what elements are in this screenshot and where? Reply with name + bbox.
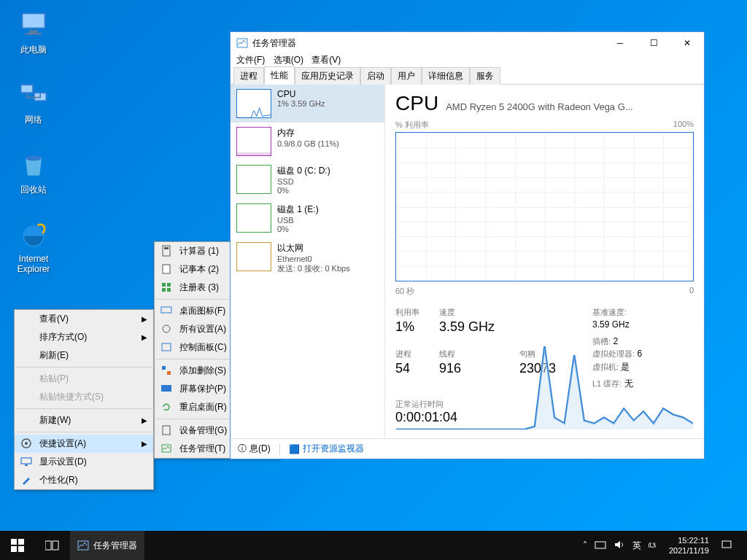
disk-thumb-chart xyxy=(236,203,271,233)
chevron-right-icon: ▶ xyxy=(142,435,147,453)
svg-rect-26 xyxy=(161,385,171,392)
svg-rect-19 xyxy=(162,288,166,292)
chevron-right-icon: ▶ xyxy=(142,411,147,429)
svg-rect-1 xyxy=(23,14,44,27)
resource-disk1[interactable]: 磁盘 1 (E:)USB0% xyxy=(231,199,384,238)
ctx-personalize[interactable]: 个性化(R) xyxy=(15,471,153,489)
separator xyxy=(15,408,152,409)
clock-time: 15:22:11 xyxy=(669,535,709,545)
paint-icon xyxy=(20,474,32,486)
network-thumb-chart xyxy=(236,242,271,271)
desktop-icon-label: 网络 xyxy=(25,114,42,125)
cpu-thumb-chart xyxy=(236,89,271,118)
taskbar: 任务管理器 ˄ 英 ꧘ 15:22:11 2021/11/19 xyxy=(0,531,747,560)
computer-icon xyxy=(18,9,50,41)
screensaver-icon xyxy=(160,383,172,394)
y-axis-max: 100% xyxy=(673,120,694,131)
desktop-icon-ie[interactable]: Internet Explorer xyxy=(7,219,61,274)
gear-icon xyxy=(20,438,32,449)
monitor-icon: 🟦 xyxy=(289,444,300,454)
svg-rect-12 xyxy=(21,458,31,464)
tray-clock[interactable]: 15:22:11 2021/11/19 xyxy=(665,535,713,556)
menu-view[interactable]: 查看(V) xyxy=(311,55,341,65)
show-desktop-button[interactable] xyxy=(740,531,744,560)
tray-volume-icon[interactable] xyxy=(614,539,625,553)
chevron-right-icon: ▶ xyxy=(142,310,147,328)
calculator-icon xyxy=(160,245,172,257)
svg-rect-23 xyxy=(162,343,171,351)
recycle-bin-icon xyxy=(18,149,50,181)
taskbar-app-taskmgr[interactable]: 任务管理器 xyxy=(70,531,144,560)
status-bar: ⓘ息(D) 🟦打开资源监视器 xyxy=(231,438,704,459)
svg-rect-16 xyxy=(163,265,170,273)
separator xyxy=(279,443,280,455)
ctx-paste-shortcut: 粘贴快捷方式(S) xyxy=(15,388,153,406)
resource-list: CPU1% 3.59 GHz 内存0.9/8.0 GB (11%) 磁盘 0 (… xyxy=(231,85,385,438)
resource-disk0[interactable]: 磁盘 0 (C: D:)SSD0% xyxy=(231,160,384,199)
minimize-button[interactable]: ─ xyxy=(603,32,637,54)
memory-thumb-chart xyxy=(236,127,271,156)
chevron-up-icon: ⓘ xyxy=(238,443,247,455)
internet-explorer-icon xyxy=(18,219,50,251)
tray-network-icon[interactable] xyxy=(595,539,606,553)
control-panel-icon xyxy=(160,341,172,353)
svg-rect-18 xyxy=(167,283,171,287)
task-manager-window: 任务管理器 ─ ☐ ✕ 文件(F) 选项(O) 查看(V) 进程 性能 应用历史… xyxy=(230,31,705,459)
ctx-quick-settings[interactable]: 便捷设置(A)▶ xyxy=(15,435,153,453)
menu-options[interactable]: 选项(O) xyxy=(274,55,303,65)
tab-users[interactable]: 用户 xyxy=(391,67,422,85)
svg-rect-3 xyxy=(26,33,42,35)
ctx-new[interactable]: 新建(W)▶ xyxy=(15,411,153,429)
desktop-icon-recycle-bin[interactable]: 回收站 xyxy=(7,149,61,196)
close-button[interactable]: ✕ xyxy=(670,32,704,54)
apps-icon xyxy=(160,365,172,376)
tray-chevron-icon[interactable]: ˄ xyxy=(583,540,587,551)
resource-memory[interactable]: 内存0.9/8.0 GB (11%) xyxy=(231,122,384,160)
separator xyxy=(15,367,152,368)
tray-ime-mode[interactable]: ꧘ xyxy=(649,540,657,551)
desktop-context-menu: 查看(V)▶ 排序方式(O)▶ 刷新(E) 粘贴(P) 粘贴快捷方式(S) 新建… xyxy=(14,309,154,490)
taskmgr-icon xyxy=(236,37,248,49)
svg-rect-24 xyxy=(162,366,166,370)
ctx-paste: 粘贴(P) xyxy=(15,370,153,388)
start-button[interactable] xyxy=(0,531,35,560)
tab-startup[interactable]: 启动 xyxy=(360,67,391,85)
resource-cpu[interactable]: CPU1% 3.59 GHz xyxy=(231,85,384,122)
tab-services[interactable]: 服务 xyxy=(470,67,500,85)
menu-file[interactable]: 文件(F) xyxy=(236,55,265,65)
tab-performance[interactable]: 性能 xyxy=(264,66,295,85)
maximize-button[interactable]: ☐ xyxy=(637,32,670,54)
task-view-button[interactable] xyxy=(35,531,70,560)
disk-thumb-chart xyxy=(236,165,271,194)
tab-history[interactable]: 应用历史记录 xyxy=(295,67,360,85)
tray-ime-lang[interactable]: 英 xyxy=(632,540,641,552)
tab-details[interactable]: 详细信息 xyxy=(422,67,470,85)
fewer-details-button[interactable]: ⓘ息(D) xyxy=(238,443,271,455)
monitor-icon xyxy=(160,305,172,316)
desktop-icon-this-pc[interactable]: 此电脑 xyxy=(7,9,61,56)
system-tray: ˄ 英 ꧘ 15:22:11 2021/11/19 xyxy=(583,531,747,560)
tray-notifications-icon[interactable] xyxy=(721,539,732,553)
svg-rect-33 xyxy=(18,546,24,552)
svg-point-22 xyxy=(163,325,170,332)
ctx-display-settings[interactable]: 显示设置(D) xyxy=(15,453,153,471)
ctx-view[interactable]: 查看(V)▶ xyxy=(15,310,153,328)
open-resource-monitor-link[interactable]: 🟦打开资源监视器 xyxy=(289,443,364,455)
svg-rect-34 xyxy=(45,541,51,550)
svg-rect-13 xyxy=(25,464,28,466)
tab-strip: 进程 性能 应用历史记录 启动 用户 详细信息 服务 xyxy=(231,69,704,85)
svg-rect-17 xyxy=(162,283,166,287)
separator xyxy=(15,432,152,432)
registry-icon xyxy=(160,281,172,293)
svg-rect-37 xyxy=(595,542,605,548)
cpu-model: AMD Ryzen 5 2400G with Radeon Vega G... xyxy=(446,101,633,112)
taskmgr-icon xyxy=(160,443,172,454)
restart-icon xyxy=(160,401,172,413)
desktop-icon-network[interactable]: 网络 xyxy=(7,79,61,126)
title-bar[interactable]: 任务管理器 ─ ☐ ✕ xyxy=(231,32,704,54)
tab-processes[interactable]: 进程 xyxy=(233,67,264,85)
ctx-sort[interactable]: 排序方式(O)▶ xyxy=(15,328,153,346)
resource-ethernet[interactable]: 以太网Ethernet0发送: 0 接收: 0 Kbps xyxy=(231,238,384,279)
ctx-refresh[interactable]: 刷新(E) xyxy=(15,346,153,365)
svg-point-8 xyxy=(26,155,42,160)
